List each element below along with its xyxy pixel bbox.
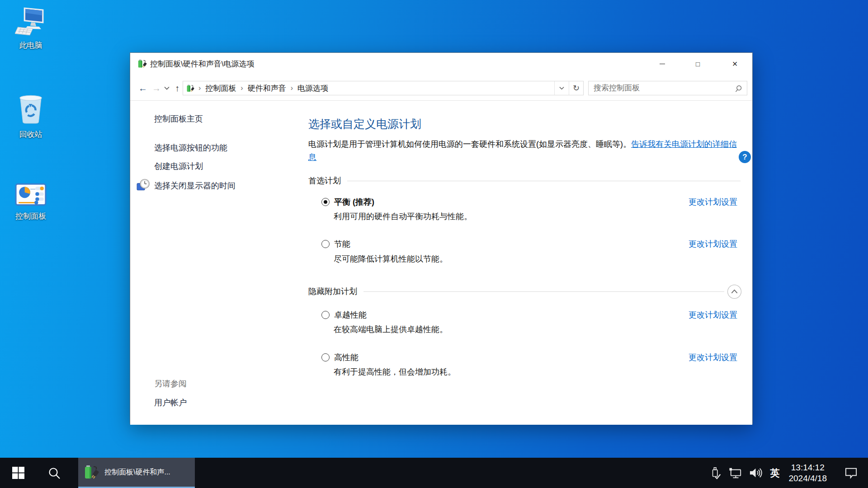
maximize-icon: □: [696, 60, 700, 68]
change-plan-settings-link[interactable]: 更改计划设置: [689, 352, 737, 363]
section-title: 隐藏附加计划: [308, 286, 357, 297]
close-icon: ×: [732, 59, 738, 69]
power-options-icon: [186, 84, 195, 93]
sidebar-item-power-buttons[interactable]: 选择电源按钮的功能: [154, 142, 227, 153]
search-icon: [735, 84, 743, 93]
help-button[interactable]: ?: [739, 151, 751, 163]
back-button[interactable]: ←: [136, 81, 150, 95]
plan-name: 高性能: [334, 352, 359, 363]
this-pc-icon: [15, 5, 47, 37]
up-button[interactable]: ↑: [171, 81, 184, 95]
plan-description: 尽可能降低计算机性能以节能。: [334, 253, 448, 264]
refresh-icon: ↻: [573, 83, 580, 93]
date: 2024/4/18: [788, 474, 827, 483]
desktop-icon-recycle-bin[interactable]: 回收站: [7, 92, 54, 140]
title-bar[interactable]: 控制面板\硬件和声音\电源选项 □ ×: [130, 53, 752, 75]
usb-tray-button[interactable]: [707, 458, 726, 488]
address-dropdown-button[interactable]: [554, 81, 569, 95]
action-center-button[interactable]: [831, 458, 868, 488]
breadcrumb-hardware-sound[interactable]: 硬件和声音: [244, 83, 290, 94]
notification-icon: [844, 466, 858, 479]
search-input[interactable]: [589, 81, 747, 95]
radio-power-saver[interactable]: [321, 240, 330, 248]
page-title: 选择或自定义电源计划: [308, 117, 421, 131]
radio-balanced[interactable]: [321, 198, 330, 206]
crumb-separator-icon: ›: [290, 84, 294, 92]
usb-device-icon: [710, 466, 722, 480]
change-plan-settings-link[interactable]: 更改计划设置: [689, 239, 737, 249]
address-bar[interactable]: › 控制面板 › 硬件和声音 › 电源选项 ↻: [183, 81, 584, 95]
navigation-bar: ← → ↑ › 控制面板: [130, 75, 752, 101]
taskbar: 控制面板\硬件和声...: [0, 458, 868, 488]
forward-button[interactable]: →: [150, 81, 163, 95]
speaker-icon: [749, 466, 763, 479]
chevron-up-icon: [727, 284, 742, 299]
desktop-icon-this-pc[interactable]: 此电脑: [7, 5, 54, 51]
plan-row-balanced: 平衡 (推荐) 更改计划设置: [321, 196, 741, 208]
back-icon: ←: [138, 83, 147, 94]
volume-tray-button[interactable]: [745, 458, 765, 488]
language-indicator[interactable]: 英: [765, 458, 784, 488]
section-additional-plans: 隐藏附加计划: [308, 285, 724, 298]
power-options-icon: [137, 59, 147, 69]
chevron-down-icon: [559, 86, 564, 90]
system-tray: 英 13:14:12 2024/4/18: [707, 458, 868, 488]
desktop-icon-label: 回收站: [7, 129, 54, 140]
intro-paragraph: 电源计划是用于管理计算机如何使用电源的一套硬件和系统设置(如显示器亮度、睡眠等)…: [308, 138, 741, 164]
plan-name: 平衡 (推荐): [334, 197, 374, 207]
refresh-button[interactable]: ↻: [569, 81, 583, 95]
section-preferred-plans: 首选计划: [308, 174, 741, 187]
section-divider: [347, 181, 741, 181]
window-content: 控制面板主页 选择电源按钮的功能 创建电源计划 选择关闭显示器的时间 另请参阅 …: [130, 101, 752, 425]
breadcrumb-control-panel[interactable]: 控制面板: [202, 83, 240, 94]
desktop-icon-control-panel[interactable]: 控制面板: [7, 183, 54, 221]
search-box: [588, 81, 747, 95]
taskbar-app-label: 控制面板\硬件和声...: [104, 468, 170, 477]
time: 13:14:12: [791, 463, 825, 472]
plan-row-high-performance: 高性能 更改计划设置: [321, 351, 741, 364]
window-title: 控制面板\硬件和声音\电源选项: [150, 53, 254, 75]
up-icon: ↑: [175, 83, 179, 94]
recent-pages-button[interactable]: [163, 81, 171, 95]
start-button[interactable]: [0, 458, 36, 488]
taskbar-app-power-options[interactable]: 控制面板\硬件和声...: [78, 458, 195, 488]
sidebar-item-user-accounts[interactable]: 用户帐户: [154, 397, 187, 408]
taskbar-search-button[interactable]: [36, 458, 72, 488]
sidebar-item-create-plan[interactable]: 创建电源计划: [154, 161, 203, 172]
collapse-section-button[interactable]: [727, 284, 742, 299]
plan-row-power-saver: 节能 更改计划设置: [321, 238, 741, 250]
minimize-button[interactable]: [651, 53, 673, 75]
plan-description: 有利于提高性能，但会增加功耗。: [334, 366, 456, 377]
change-plan-settings-link[interactable]: 更改计划设置: [689, 310, 737, 320]
network-tray-button[interactable]: [726, 458, 745, 488]
breadcrumb-power-options[interactable]: 电源选项: [294, 83, 332, 94]
power-options-window: 控制面板\硬件和声音\电源选项 □ × ← → ↑: [130, 52, 753, 424]
plan-description: 在较高端电脑上提供卓越性能。: [334, 324, 448, 335]
power-options-icon: [84, 464, 100, 480]
breadcrumb: › 控制面板 › 硬件和声音 › 电源选项: [195, 81, 554, 95]
section-title: 首选计划: [308, 175, 341, 186]
plan-name: 卓越性能: [334, 310, 367, 320]
sidebar-item-display-off-time[interactable]: 选择关闭显示器的时间: [154, 180, 236, 191]
radio-ultimate-performance[interactable]: [321, 311, 330, 319]
desktop: 此电脑 回收站 控制面板: [0, 0, 868, 488]
section-divider: [363, 291, 724, 292]
close-button[interactable]: ×: [724, 53, 745, 75]
main-pane: 选择或自定义电源计划 电源计划是用于管理计算机如何使用电源的一套硬件和系统设置(…: [308, 101, 741, 425]
desktop-icon-label: 此电脑: [7, 40, 54, 51]
sidebar-see-also-header: 另请参阅: [154, 378, 187, 389]
minimize-icon: [660, 64, 665, 64]
recycle-bin-icon: [16, 92, 46, 126]
forward-icon: →: [152, 83, 161, 94]
crumb-separator-icon: ›: [240, 84, 244, 92]
clock[interactable]: 13:14:12 2024/4/18: [784, 458, 831, 488]
change-plan-settings-link[interactable]: 更改计划设置: [689, 197, 737, 207]
search-icon: [47, 466, 61, 480]
control-panel-icon: [15, 183, 47, 208]
radio-high-performance[interactable]: [321, 353, 330, 361]
plan-name: 节能: [334, 239, 350, 249]
chevron-down-icon: [164, 86, 170, 90]
help-icon: ?: [742, 153, 747, 162]
maximize-button[interactable]: □: [687, 53, 708, 75]
sidebar-item-control-panel-home[interactable]: 控制面板主页: [154, 113, 203, 124]
